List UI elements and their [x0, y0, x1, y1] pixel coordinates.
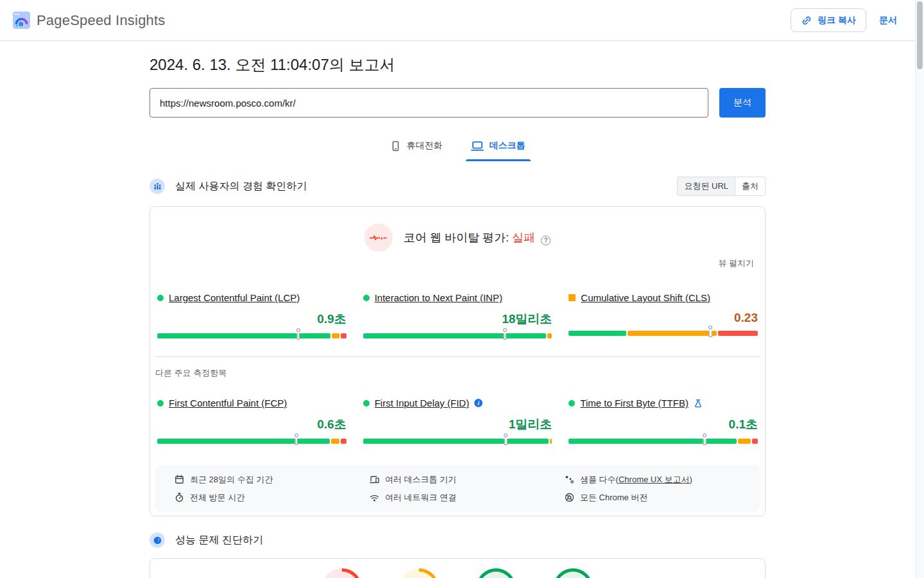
metric-fid: First Input Delay (FID) i 1밀리초	[363, 398, 552, 444]
other-metrics-row: First Contentful Paint (FCP) 0.6초 First …	[150, 398, 765, 444]
chrome-version-item: 모든 Chrome 버전	[565, 491, 760, 504]
metric-distribution-bar	[363, 333, 552, 338]
footnote-label: 전체 방문 시간	[190, 492, 244, 504]
metric-value-ttfb: 0.1초	[569, 416, 758, 433]
status-indicator	[569, 400, 575, 407]
footnote-label: 최근 28일의 수집 기간	[190, 474, 273, 486]
other-metrics-label: 다른 주요 측정항목	[150, 357, 765, 379]
devices-icon	[370, 475, 379, 484]
status-indicator	[569, 294, 576, 301]
metric-distribution-bar	[363, 439, 552, 444]
p75-marker	[708, 326, 712, 329]
metric-fcp: First Contentful Paint (FCP) 0.6초	[157, 398, 346, 444]
p75-marker	[296, 328, 300, 332]
analyze-button[interactable]: 분석	[719, 88, 766, 118]
metric-value-fcp: 0.6초	[157, 416, 346, 433]
toggle-requested-url[interactable]: 요청된 URL	[678, 177, 735, 195]
core-metrics-row: Largest Contentful Paint (LCP) 0.9초 Inte…	[150, 292, 765, 338]
field-data-icon	[150, 179, 165, 194]
link-icon	[801, 15, 812, 26]
tab-desktop[interactable]: 데스크톱	[462, 133, 535, 161]
app-title: PageSpeed Insights	[37, 12, 166, 29]
footnote-label: 여러 데스크톱 기기	[385, 474, 456, 486]
status-indicator	[363, 295, 370, 301]
expand-view-link[interactable]: 뷰 펼치기	[718, 258, 754, 269]
p75-marker	[503, 328, 507, 332]
metric-distribution-bar	[157, 439, 346, 444]
p75-marker	[504, 434, 508, 437]
score-gauge-accessibility[interactable]: 75	[399, 568, 439, 578]
url-input[interactable]	[150, 88, 708, 118]
copy-link-label: 링크 복사	[817, 15, 856, 26]
collection-info-strip: 최근 28일의 수집 기간 전체 방문 시간	[155, 465, 760, 512]
samples-icon	[565, 475, 574, 484]
metric-link-fid[interactable]: First Input Delay (FID)	[375, 398, 470, 408]
cwv-assessment-result: 실패	[512, 231, 535, 244]
scrollbar-thumb[interactable]	[917, 1, 923, 69]
url-origin-toggle: 요청된 URL 출처	[677, 177, 766, 196]
help-icon[interactable]	[541, 236, 551, 245]
core-web-vitals-icon	[364, 223, 393, 252]
experiment-flask-icon	[694, 399, 703, 408]
score-gauges-row: 42 75 100 100	[150, 568, 765, 578]
footnote-label: 샘플 다수(Chrome UX 보고서)	[580, 474, 692, 486]
metric-value-cls: 0.23	[569, 311, 758, 325]
cwv-assessment-title: 코어 웹 바이탈 평가: 실패	[404, 230, 551, 245]
score-gauge-best-practices[interactable]: 100	[476, 568, 516, 578]
metric-value-lcp: 0.9초	[157, 311, 346, 328]
tab-desktop-label: 데스크톱	[490, 140, 526, 152]
info-icon[interactable]: i	[474, 399, 483, 407]
stopwatch-icon	[175, 493, 184, 502]
lab-data-card: 42 75 100 100	[150, 558, 766, 578]
metric-distribution-bar	[569, 331, 758, 336]
smartphone-icon	[390, 141, 401, 152]
pagespeed-logo-icon	[13, 12, 30, 29]
metric-value-inp: 18밀리초	[363, 311, 552, 328]
footnote-suffix: )	[689, 475, 692, 484]
network-item: 여러 네트워크 연결	[370, 491, 565, 504]
score-gauge-seo[interactable]: 100	[553, 568, 593, 578]
metric-link-inp[interactable]: Interaction to Next Paint (INP)	[375, 292, 502, 303]
tab-mobile[interactable]: 휴대전화	[381, 133, 452, 161]
metric-link-cls[interactable]: Cumulative Layout Shift (CLS)	[581, 292, 710, 303]
diagnose-compass-icon	[150, 532, 165, 548]
toggle-origin[interactable]: 출처	[735, 177, 765, 195]
device-tabs: 휴대전화 데스크톱	[150, 133, 766, 161]
crux-report-link[interactable]: Chrome UX 보고서	[619, 475, 690, 484]
metric-value-fid: 1밀리초	[363, 416, 552, 433]
metric-link-fcp[interactable]: First Contentful Paint (FCP)	[169, 398, 287, 408]
p75-marker	[703, 434, 706, 437]
score-gauge-performance[interactable]: 42	[322, 568, 362, 578]
p75-marker	[295, 434, 298, 437]
footnote-label: 모든 Chrome 버전	[580, 492, 647, 504]
metric-distribution-bar	[569, 439, 758, 444]
metric-cls: Cumulative Layout Shift (CLS) 0.23	[569, 292, 758, 338]
device-type-item: 여러 데스크톱 기기	[370, 473, 565, 486]
metric-distribution-bar	[157, 333, 346, 338]
calendar-icon	[175, 475, 184, 484]
field-section-title: 실제 사용자의 경험 확인하기	[175, 180, 307, 193]
collection-period-item: 최근 28일의 수집 기간	[175, 473, 370, 486]
copy-link-button[interactable]: 링크 복사	[791, 8, 866, 32]
footnote-prefix: 샘플 다수(	[580, 475, 619, 484]
tab-mobile-label: 휴대전화	[407, 140, 443, 152]
app-header: PageSpeed Insights 링크 복사 문서	[0, 0, 924, 41]
cwv-assessment-prefix: 코어 웹 바이탈 평가:	[404, 231, 509, 244]
status-indicator	[157, 400, 164, 407]
report-title: 2024. 6. 13. 오전 11:04:07의 보고서	[150, 55, 766, 75]
app-logo[interactable]: PageSpeed Insights	[13, 12, 166, 29]
metric-link-ttfb[interactable]: Time to First Byte (TTFB)	[580, 398, 689, 408]
laptop-icon	[471, 141, 484, 152]
docs-link[interactable]: 문서	[879, 15, 897, 26]
metric-link-lcp[interactable]: Largest Contentful Paint (LCP)	[169, 292, 300, 303]
sample-size-item: 샘플 다수(Chrome UX 보고서)	[565, 473, 760, 486]
field-data-card: 코어 웹 바이탈 평가: 실패 뷰 펼치기 Largest Contentful…	[150, 206, 766, 516]
chrome-icon	[565, 493, 574, 502]
status-indicator	[157, 295, 164, 301]
footnote-label: 여러 네트워크 연결	[385, 492, 456, 504]
status-indicator	[363, 400, 370, 407]
metric-lcp: Largest Contentful Paint (LCP) 0.9초	[157, 292, 346, 338]
visit-duration-item: 전체 방문 시간	[175, 491, 370, 504]
diagnose-section-title: 성능 문제 진단하기	[175, 534, 263, 547]
metric-inp: Interaction to Next Paint (INP) 18밀리초	[363, 292, 552, 338]
